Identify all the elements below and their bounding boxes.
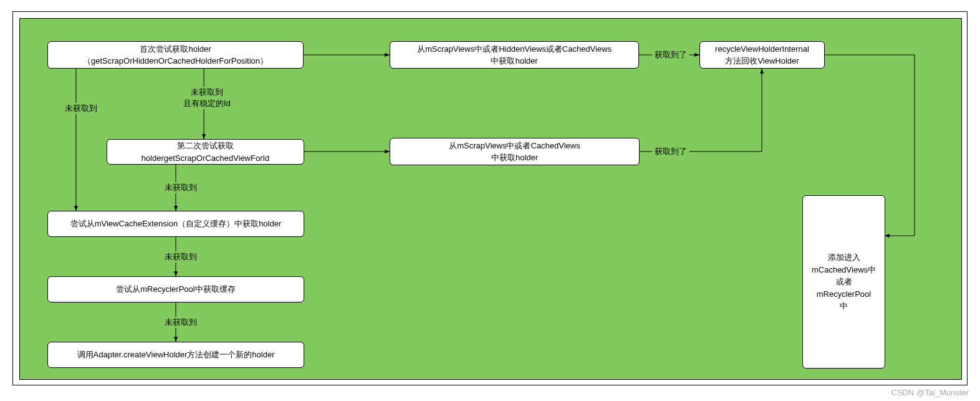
node-second-attempt: 第二次尝试获取holdergetScrapOrCachedViewForId	[107, 139, 304, 165]
text-line: 中	[840, 300, 848, 312]
text-line: mCachedViews中	[812, 264, 876, 276]
text-line: 方法回收ViewHolder	[725, 55, 799, 67]
text-line: 尝试从mRecyclerPool中获取缓存	[116, 283, 235, 296]
node-view-cache-extension: 尝试从mViewCacheExtension（自定义缓存）中获取holder	[47, 211, 304, 237]
outer-frame: 首次尝试获取holder （getScrapOrHiddenOrCachedHo…	[12, 11, 968, 385]
text-line: （getScrapOrHiddenOrCachedHolderForPositi…	[83, 55, 268, 67]
text-line: 或者mRecyclerPool	[810, 276, 877, 300]
node-scrap-hidden-cached: 从mScrapViews中或者HiddenViews或者CachedViews …	[390, 41, 639, 69]
edge-label-got-it-2: 获取到了	[652, 146, 689, 157]
edge-label-not-got-3: 未获取到	[162, 251, 199, 263]
text-line: 调用Adapter.createViewHolder方法创建一个新的holder	[77, 349, 275, 361]
node-recycler-pool: 尝试从mRecyclerPool中获取缓存	[47, 276, 304, 302]
edge-label-got-it-1: 获取到了	[652, 49, 689, 60]
text-line: 第二次尝试获取holdergetScrapOrCachedViewForId	[115, 140, 296, 164]
node-recycle-internal: recycleViewHolderInternal 方法回收ViewHolder	[699, 41, 825, 69]
edge-label-not-got-2: 未获取到	[162, 182, 199, 193]
text-line: 首次尝试获取holder	[140, 43, 211, 56]
node-scrap-cached: 从mScrapViews中或者CachedViews 中获取holder	[390, 138, 640, 165]
edge-label-not-got-1: 未获取到	[62, 103, 100, 114]
text-line: 中获取holder	[491, 152, 538, 164]
text-line: recycleViewHolderInternal	[715, 43, 809, 56]
text-line: 从mScrapViews中或者HiddenViews或者CachedViews	[417, 43, 612, 56]
node-create-viewholder: 调用Adapter.createViewHolder方法创建一个新的holder	[47, 342, 304, 368]
text-line: 添加进入	[828, 251, 860, 264]
watermark: CSDN @Tai_Monster	[891, 388, 969, 397]
text-line: 从mScrapViews中或者CachedViews	[449, 140, 580, 152]
edge-label-not-got-4: 未获取到	[162, 317, 199, 328]
node-add-to-cache: 添加进入 mCachedViews中 或者mRecyclerPool 中	[802, 195, 885, 369]
edge-label-not-got-stable-id: 未获取到 且有稳定的Id	[181, 87, 233, 109]
node-first-attempt: 首次尝试获取holder （getScrapOrHiddenOrCachedHo…	[47, 41, 304, 69]
diagram-canvas: 首次尝试获取holder （getScrapOrHiddenOrCachedHo…	[19, 18, 962, 380]
text-line: 中获取holder	[491, 55, 537, 67]
text-line: 尝试从mViewCacheExtension（自定义缓存）中获取holder	[70, 218, 282, 230]
